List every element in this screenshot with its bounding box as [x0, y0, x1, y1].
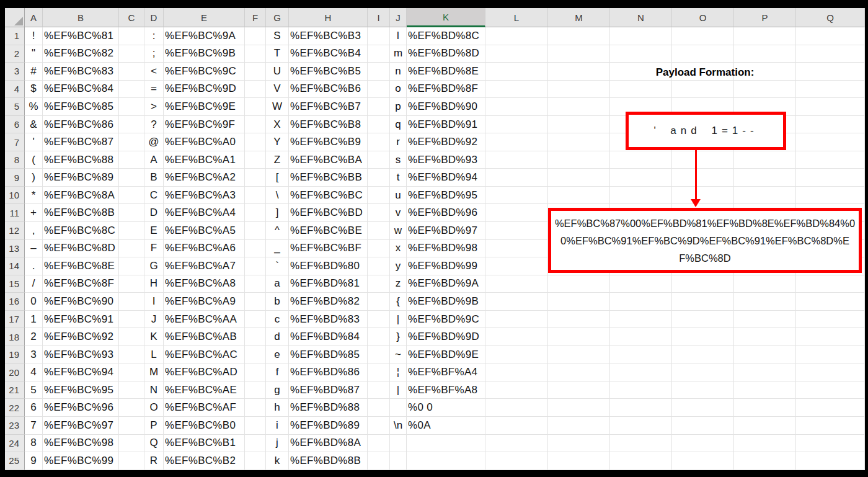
cell-A5[interactable]: %	[25, 98, 43, 116]
cell-J9[interactable]: t	[390, 169, 407, 187]
cell-Q9[interactable]	[796, 169, 865, 187]
cell-N24[interactable]	[610, 435, 672, 453]
cell-J25[interactable]	[390, 452, 407, 470]
cell-C1[interactable]	[119, 27, 144, 45]
cell-P16[interactable]	[734, 293, 796, 311]
cell-B15[interactable]: %EF%BC%8F	[43, 275, 119, 293]
cell-M24[interactable]	[548, 435, 610, 453]
cell-K7[interactable]: %EF%BD%92	[407, 133, 485, 151]
cell-K20[interactable]: %EF%BF%A4	[407, 363, 485, 381]
cell-N18[interactable]	[610, 328, 672, 346]
cell-C15[interactable]	[119, 275, 144, 293]
cell-J11[interactable]: v	[390, 204, 407, 222]
cell-O9[interactable]	[672, 169, 734, 187]
cell-H9[interactable]: %EF%BC%BB	[289, 169, 368, 187]
cell-Q2[interactable]	[796, 45, 865, 63]
cell-O16[interactable]	[672, 293, 734, 311]
row-header-3[interactable]: 3	[5, 63, 25, 81]
column-header-A[interactable]: A	[25, 8, 43, 27]
cell-H24[interactable]: %EF%BD%8A	[289, 435, 368, 453]
cell-K4[interactable]: %EF%BD%8F	[407, 81, 485, 99]
cell-M9[interactable]	[548, 169, 610, 187]
cell-K8[interactable]: %EF%BD%93	[407, 151, 485, 169]
cell-I22[interactable]	[368, 399, 390, 417]
cell-K25[interactable]	[407, 452, 485, 470]
cell-J21[interactable]: |	[390, 381, 407, 399]
cell-H23[interactable]: %EF%BD%89	[289, 417, 368, 435]
cell-N17[interactable]	[610, 311, 672, 329]
cell-Q25[interactable]	[796, 452, 865, 470]
row-header-25[interactable]: 25	[5, 452, 25, 470]
cell-K2[interactable]: %EF%BD%8D	[407, 45, 485, 63]
cell-A10[interactable]: *	[25, 187, 43, 205]
cell-B21[interactable]: %EF%BC%95	[43, 381, 119, 399]
cell-O24[interactable]	[672, 435, 734, 453]
cell-L19[interactable]	[485, 346, 548, 364]
cell-Q17[interactable]	[796, 311, 865, 329]
cell-H25[interactable]: %EF%BD%8B	[289, 452, 368, 470]
cell-G20[interactable]: f	[266, 363, 289, 381]
cell-H18[interactable]: %EF%BD%84	[289, 328, 368, 346]
cell-F2[interactable]	[245, 45, 266, 63]
row-header-20[interactable]: 20	[5, 363, 25, 381]
cell-D3[interactable]: <	[144, 63, 164, 81]
cell-D18[interactable]: K	[144, 328, 164, 346]
cell-A1[interactable]: !	[25, 27, 43, 45]
cell-E11[interactable]: %EF%BC%A4	[164, 204, 245, 222]
cell-C14[interactable]	[119, 257, 144, 275]
cell-F19[interactable]	[245, 346, 266, 364]
cell-E19[interactable]: %EF%BC%AC	[164, 346, 245, 364]
cell-D24[interactable]: Q	[144, 435, 164, 453]
cell-G14[interactable]: `	[266, 257, 289, 275]
cell-L16[interactable]	[485, 293, 548, 311]
cell-L23[interactable]	[485, 417, 548, 435]
cell-Q8[interactable]	[796, 151, 865, 169]
cell-F3[interactable]	[245, 63, 266, 81]
cell-P25[interactable]	[734, 452, 796, 470]
cell-C18[interactable]	[119, 328, 144, 346]
cell-L13[interactable]	[485, 240, 548, 258]
cell-D17[interactable]: J	[144, 311, 164, 329]
column-header-C[interactable]: C	[119, 8, 144, 27]
cell-I8[interactable]	[368, 151, 390, 169]
cell-I13[interactable]	[368, 240, 390, 258]
cell-N15[interactable]	[610, 275, 672, 293]
cell-F10[interactable]	[245, 187, 266, 205]
cell-P4[interactable]	[734, 81, 796, 99]
cell-D19[interactable]: L	[144, 346, 164, 364]
cell-E8[interactable]: %EF%BC%A1	[164, 151, 245, 169]
cell-Q16[interactable]	[796, 293, 865, 311]
cell-I25[interactable]	[368, 452, 390, 470]
cell-K3[interactable]: %EF%BD%8E	[407, 63, 485, 81]
cell-E17[interactable]: %EF%BC%AA	[164, 311, 245, 329]
cell-A15[interactable]: /	[25, 275, 43, 293]
cell-A9[interactable]: )	[25, 169, 43, 187]
cell-F14[interactable]	[245, 257, 266, 275]
cell-G1[interactable]: S	[266, 27, 289, 45]
cell-F24[interactable]	[245, 435, 266, 453]
cell-O18[interactable]	[672, 328, 734, 346]
cell-O10[interactable]	[672, 187, 734, 205]
cell-M2[interactable]	[548, 45, 610, 63]
cell-E15[interactable]: %EF%BC%A8	[164, 275, 245, 293]
cell-F25[interactable]	[245, 452, 266, 470]
cell-G13[interactable]: _	[266, 240, 289, 258]
cell-M23[interactable]	[548, 417, 610, 435]
cell-J23[interactable]: \n	[390, 417, 407, 435]
row-header-1[interactable]: 1	[5, 27, 25, 45]
row-header-22[interactable]: 22	[5, 399, 25, 417]
cell-B14[interactable]: %EF%BC%8E	[43, 257, 119, 275]
cell-A22[interactable]: 6	[25, 399, 43, 417]
cell-J18[interactable]: }	[390, 328, 407, 346]
cell-M1[interactable]	[548, 27, 610, 45]
cell-B11[interactable]: %EF%BC%8B	[43, 204, 119, 222]
column-header-H[interactable]: H	[289, 8, 368, 27]
cell-Q23[interactable]	[796, 417, 865, 435]
row-header-17[interactable]: 17	[5, 311, 25, 329]
cell-C21[interactable]	[119, 381, 144, 399]
cell-Q22[interactable]	[796, 399, 865, 417]
cell-D9[interactable]: B	[144, 169, 164, 187]
row-header-21[interactable]: 21	[5, 381, 25, 399]
cell-D23[interactable]: P	[144, 417, 164, 435]
cell-C16[interactable]	[119, 293, 144, 311]
